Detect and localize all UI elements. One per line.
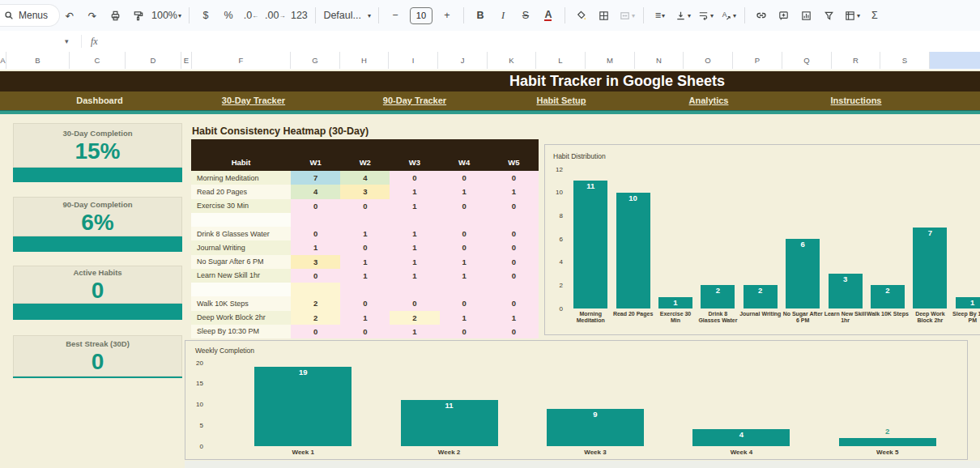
fill-color-button[interactable] bbox=[570, 6, 593, 25]
column-header-E[interactable]: E bbox=[181, 52, 192, 69]
heatmap-habit-cell[interactable]: Deep Work Block 2hr bbox=[191, 311, 291, 325]
heatmap-value-cell[interactable]: 0 bbox=[291, 325, 340, 338]
heatmap-value-cell[interactable]: 0 bbox=[489, 269, 539, 283]
borders-button[interactable] bbox=[593, 6, 616, 25]
column-header-Q[interactable]: Q bbox=[782, 52, 832, 69]
zoom-select[interactable]: 100%▾ bbox=[149, 6, 184, 25]
heatmap-value-cell[interactable]: 1 bbox=[340, 311, 390, 325]
column-header-F[interactable]: F bbox=[192, 52, 291, 69]
kpi-card-2[interactable]: 90-Day Completion6% bbox=[13, 197, 182, 236]
heatmap-value-cell[interactable]: 4 bbox=[291, 185, 340, 198]
menus-button[interactable]: Menus bbox=[0, 5, 59, 26]
column-header-H[interactable]: H bbox=[340, 52, 389, 69]
heatmap-value-cell[interactable]: 1 bbox=[340, 227, 390, 240]
heatmap-value-cell[interactable]: 1 bbox=[390, 255, 439, 269]
functions-button[interactable]: Σ bbox=[863, 6, 886, 25]
heatmap-value-cell[interactable]: 1 bbox=[340, 269, 390, 283]
paint-format-button[interactable] bbox=[126, 6, 149, 25]
column-header-S[interactable]: S bbox=[880, 52, 930, 69]
heatmap-value-cell[interactable]: 3 bbox=[291, 255, 340, 269]
column-header-J[interactable]: J bbox=[438, 52, 488, 69]
heatmap-value-cell[interactable]: 0 bbox=[440, 171, 489, 185]
heatmap-value-cell[interactable] bbox=[440, 213, 489, 227]
heatmap-habit-cell[interactable]: Sleep By 10:30 PM bbox=[191, 325, 291, 338]
heatmap-value-cell[interactable]: 1 bbox=[390, 185, 439, 198]
habit-distribution-chart[interactable]: Habit Distribution121086420111012263271M… bbox=[544, 144, 980, 335]
heatmap-value-cell[interactable]: 4 bbox=[340, 171, 390, 185]
heatmap-value-cell[interactable]: 0 bbox=[291, 269, 340, 283]
more-formats-button[interactable]: 123 bbox=[288, 6, 310, 25]
heatmap-value-cell[interactable]: 1 bbox=[440, 255, 489, 269]
heatmap-value-cell[interactable] bbox=[489, 283, 539, 296]
heatmap-value-cell[interactable]: 0 bbox=[340, 325, 390, 338]
column-header-N[interactable]: N bbox=[635, 52, 684, 69]
heatmap-value-cell[interactable]: 1 bbox=[440, 185, 489, 198]
heatmap-value-cell[interactable]: 1 bbox=[390, 240, 439, 254]
decrease-decimal-button[interactable]: .0← bbox=[240, 6, 262, 25]
heatmap-habit-cell[interactable] bbox=[191, 213, 291, 227]
heatmap-value-cell[interactable]: 2 bbox=[291, 296, 340, 310]
heatmap-habit-cell[interactable]: No Sugar After 6 PM bbox=[191, 255, 291, 269]
heatmap-value-cell[interactable] bbox=[340, 213, 390, 227]
heatmap-habit-cell[interactable]: Walk 10K Steps bbox=[191, 296, 291, 310]
heatmap-value-cell[interactable]: 2 bbox=[390, 311, 439, 325]
heatmap-value-cell[interactable]: 0 bbox=[440, 227, 489, 240]
column-header-M[interactable]: M bbox=[586, 52, 635, 69]
heatmap-value-cell[interactable]: 3 bbox=[340, 185, 390, 198]
insert-chart-button[interactable] bbox=[795, 6, 818, 25]
heatmap-value-cell[interactable]: 0 bbox=[489, 255, 539, 269]
heatmap-value-cell[interactable]: 1 bbox=[291, 240, 340, 254]
heatmap-value-cell[interactable]: 0 bbox=[340, 296, 390, 310]
italic-button[interactable]: I bbox=[492, 6, 514, 25]
heatmap-value-cell[interactable]: 0 bbox=[489, 240, 539, 254]
insert-link-button[interactable] bbox=[750, 6, 773, 25]
kpi-card-4[interactable]: Best Streak (30D)0 bbox=[13, 335, 182, 377]
heatmap-value-cell[interactable]: 1 bbox=[489, 311, 539, 325]
heatmap-value-cell[interactable]: 0 bbox=[489, 199, 539, 213]
text-color-button[interactable]: A bbox=[537, 6, 560, 25]
undo-button[interactable]: ↶ bbox=[58, 6, 81, 25]
bold-button[interactable]: B bbox=[469, 6, 492, 25]
heatmap-habit-cell[interactable]: Read 20 Pages bbox=[191, 185, 291, 198]
heatmap-value-cell[interactable]: 0 bbox=[340, 240, 390, 254]
decrease-font-size-button[interactable]: − bbox=[384, 6, 407, 25]
create-filter-button[interactable] bbox=[818, 6, 841, 25]
heatmap-value-cell[interactable]: 0 bbox=[340, 199, 390, 213]
table-views-button[interactable]: ▾ bbox=[841, 6, 863, 25]
heatmap-value-cell[interactable]: 1 bbox=[390, 227, 439, 240]
heatmap-habit-cell[interactable] bbox=[191, 283, 291, 296]
strikethrough-button[interactable]: S bbox=[514, 6, 537, 25]
nav-link-habit-setup[interactable]: Habit Setup bbox=[536, 91, 586, 110]
column-header-O[interactable]: O bbox=[684, 52, 733, 69]
nav-link-30-day-tracker[interactable]: 30-Day Tracker bbox=[222, 91, 285, 110]
heatmap-value-cell[interactable]: 1 bbox=[390, 199, 439, 213]
title-banner[interactable]: Habit Tracker in Google Sheets bbox=[0, 71, 980, 91]
format-percent-button[interactable]: % bbox=[217, 6, 240, 25]
heatmap-value-cell[interactable]: 0 bbox=[489, 325, 539, 338]
font-size-input[interactable]: 10 bbox=[410, 7, 432, 24]
heatmap-value-cell[interactable]: 0 bbox=[440, 325, 489, 338]
increase-decimal-button[interactable]: .00→ bbox=[262, 6, 288, 25]
column-header-L[interactable]: L bbox=[536, 52, 586, 69]
column-header-P[interactable]: P bbox=[733, 52, 782, 69]
kpi-card-3[interactable]: Active Habits0 bbox=[13, 266, 182, 304]
heatmap-value-cell[interactable]: 1 bbox=[390, 325, 439, 338]
format-currency-button[interactable]: $ bbox=[194, 6, 217, 25]
column-header-I[interactable]: I bbox=[389, 52, 438, 69]
column-header-R[interactable]: R bbox=[832, 52, 880, 69]
heatmap-value-cell[interactable]: 1 bbox=[390, 269, 439, 283]
redo-button[interactable]: ↷ bbox=[81, 6, 104, 25]
heatmap-value-cell[interactable] bbox=[390, 213, 439, 227]
heatmap-value-cell[interactable] bbox=[291, 213, 340, 227]
heatmap-habit-cell[interactable]: Journal Writing bbox=[191, 240, 291, 254]
heatmap-value-cell[interactable] bbox=[390, 283, 439, 296]
heatmap-habit-cell[interactable]: Learn New Skill 1hr bbox=[191, 269, 291, 283]
heatmap-value-cell[interactable] bbox=[489, 213, 539, 227]
column-header-D[interactable]: D bbox=[126, 52, 181, 69]
heatmap-value-cell[interactable]: 7 bbox=[291, 171, 340, 185]
name-box-dropdown[interactable]: ▾ bbox=[65, 37, 69, 45]
nav-link-90-day-tracker[interactable]: 90-Day Tracker bbox=[383, 91, 446, 110]
column-header-A[interactable]: A bbox=[0, 52, 6, 69]
heatmap-value-cell[interactable]: 0 bbox=[291, 199, 340, 213]
heatmap-value-cell[interactable]: 0 bbox=[390, 296, 439, 310]
